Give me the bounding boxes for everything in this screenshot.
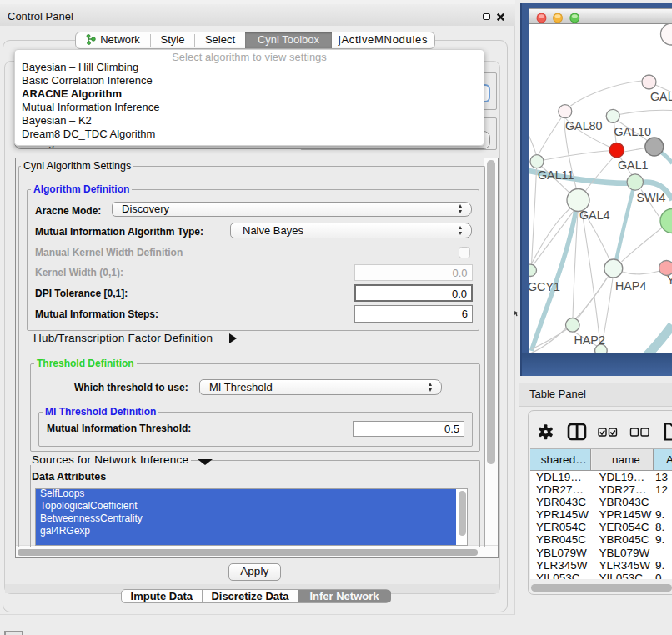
svg-text:HAP2: HAP2 <box>574 333 604 347</box>
svg-text:GCY1: GCY1 <box>529 280 560 293</box>
svg-text:GAL7: GAL7 <box>650 90 672 103</box>
svg-text:GAL11: GAL11 <box>538 168 574 182</box>
svg-text:SWI4: SWI4 <box>636 191 665 204</box>
svg-text:HAP4: HAP4 <box>615 279 646 292</box>
svg-text:GAL80: GAL80 <box>565 119 603 132</box>
svg-text:GAL10: GAL10 <box>614 125 651 138</box>
svg-text:GAL4: GAL4 <box>579 208 610 222</box>
svg-text:GAL1: GAL1 <box>618 158 649 172</box>
svg-text:Y: Y <box>667 273 672 287</box>
